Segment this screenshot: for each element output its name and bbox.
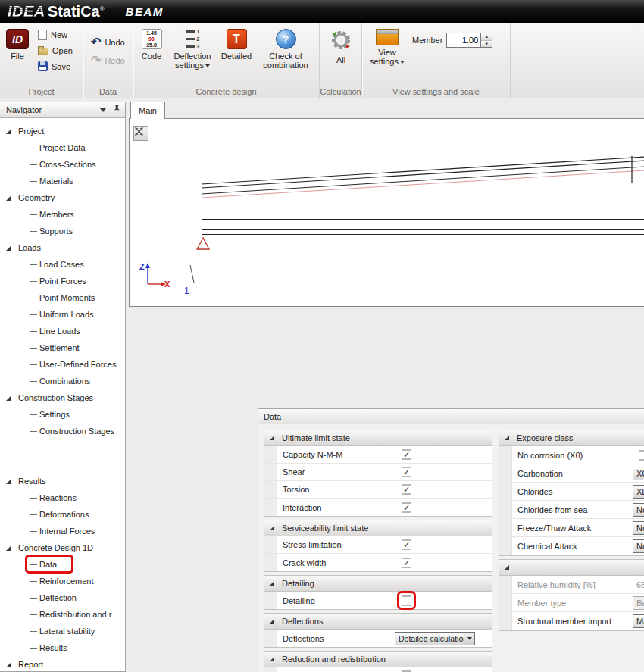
tree-expand-icon[interactable] [6,479,11,484]
dropdown[interactable]: XC3 - Moderate humidity [633,467,644,480]
collapse-triangle-icon[interactable] [270,526,274,530]
redo-button: ↷Redo [88,52,133,68]
nav-item-lateral-stability[interactable]: Lateral stability [0,623,125,639]
collapse-triangle-icon[interactable] [270,581,274,586]
tree-expand-icon[interactable] [6,129,11,134]
tree-expand-icon[interactable] [6,662,11,667]
nav-group-construction-stages[interactable]: Construction Stages [0,389,125,406]
tree-spacer [0,439,125,473]
nav-item-redistribution-and-r[interactable]: Redistribution and r [0,606,125,623]
nav-group-results[interactable]: Results [0,473,125,489]
section-ultimate-limit-state: Ultimate limit stateCapacity N-M-M✓Shear… [264,430,492,517]
nav-group-concrete-design-1d[interactable]: Concrete Design 1D [0,539,125,556]
spinner-down-icon[interactable]: ▼ [481,41,492,48]
nav-item-reactions[interactable]: Reactions [0,489,125,506]
checkbox[interactable]: ✓ [402,502,411,512]
nav-item-project-data[interactable]: Project Data [0,139,125,156]
file-button[interactable]: ID File [3,27,32,74]
tree-expand-icon[interactable] [6,245,11,251]
nav-group-project[interactable]: Project [0,123,125,139]
nav-item-internal-forces[interactable]: Internal Forces [0,523,125,539]
collapse-triangle-icon[interactable] [270,436,274,440]
collapse-triangle-icon[interactable] [270,619,274,624]
nav-item-point-moments[interactable]: Point Moments [0,289,125,306]
section-header[interactable]: Serviceability limit state [264,520,492,536]
section-header[interactable]: Reduction and redistribution [264,652,492,667]
section-reduction-and-redistribution: Reduction and redistributionRedistributi… [264,651,492,672]
row-gutter [499,612,512,630]
nav-item-reinforcement[interactable]: Reinforcement [0,573,125,589]
dropdown[interactable]: No risk of freeze/thaw attack [633,521,644,535]
nav-item-load-cases[interactable]: Load Cases [0,256,125,273]
section-header[interactable]: Exposure class [499,430,644,446]
navigator-title: Navigator [6,105,100,114]
nav-item-uniform-loads[interactable]: Uniform Loads [0,306,125,323]
check-of-combination-button[interactable]: ? Check of combination [255,27,317,70]
model-viewport[interactable]: 1 Z X [129,118,644,307]
tree-expand-icon[interactable] [6,195,11,201]
code-button[interactable]: 1.45 90 25.8 Code [136,27,167,70]
checkbox[interactable]: ✓ [402,450,411,460]
calculate-all-button[interactable]: All [324,27,358,64]
pin-icon[interactable] [113,105,121,116]
dropdown[interactable]: No risk of chlorides from sea [633,503,644,517]
row-gutter [499,537,512,555]
nav-item-deformations[interactable]: Deformations [0,506,125,523]
tab-main[interactable]: Main [130,102,165,119]
new-button[interactable]: New [35,27,76,42]
section-header[interactable]: Ultimate limit state [264,430,492,446]
deflection-settings-button[interactable]: 1 2 3 Deflection settings [167,27,218,70]
checkbox[interactable]: ✓ [402,558,411,567]
nav-group-loads[interactable]: Loads [0,239,125,256]
data-panel-header: Data [258,408,644,424]
navigator-dropdown-icon[interactable] [100,108,106,112]
section-header[interactable]: Detailing [264,576,492,592]
checkbox[interactable]: ✓ [402,467,411,477]
nav-item-line-loads[interactable]: Line Loads [0,323,125,339]
nav-group-geometry[interactable]: Geometry [0,189,125,206]
property-label: Relative humidity [%] [517,580,596,589]
checkbox[interactable] [639,450,644,460]
nav-item-cross-sections[interactable]: Cross-Sections [0,156,125,173]
new-document-icon [38,30,47,40]
member-scale-input[interactable] [446,33,481,48]
collapse-triangle-icon[interactable] [505,565,509,570]
nav-item-materials[interactable]: Materials [0,173,125,189]
nav-group-report[interactable]: Report [0,656,125,672]
nav-item-combinations[interactable]: Combinations [0,373,125,389]
dropdown[interactable]: No risk of chemical attack [633,539,644,553]
dropdown[interactable]: XD1 - Moderate humidity [633,485,644,499]
nav-item-construction-stages[interactable]: Construction Stages [0,423,125,439]
section-header[interactable]: Deflections [264,614,492,630]
undo-button[interactable]: ↶Undo [88,34,133,50]
member-spinner[interactable]: ▲ ▼ [481,33,492,48]
nav-item-settings[interactable]: Settings [0,406,125,423]
nav-item-user-defined-forces[interactable]: User-Defined Forces [0,356,125,373]
checkbox[interactable] [402,595,411,605]
collapse-triangle-icon[interactable] [505,436,509,440]
checkbox[interactable]: ✓ [402,540,411,550]
detailed-button[interactable]: T Detailed [218,27,255,70]
section-header[interactable] [499,560,644,576]
save-button[interactable]: Save [35,58,76,74]
fit-view-button[interactable] [133,126,148,141]
nav-item-data[interactable]: Data [0,556,125,573]
nav-item-label: Internal Forces [39,527,95,536]
nav-item-members[interactable]: Members [0,206,125,223]
nav-item-results[interactable]: Results [0,639,125,656]
chevron-down-icon[interactable] [464,633,474,645]
nav-item-supports[interactable]: Supports [0,223,125,239]
nav-item-point-forces[interactable]: Point Forces [0,273,125,289]
checkbox[interactable]: ✓ [402,485,411,495]
dropdown[interactable]: Major [633,614,644,628]
collapse-triangle-icon[interactable] [270,657,274,661]
nav-item-deflection[interactable]: Deflection [0,589,125,606]
redo-arrow-icon: ↷ [91,55,101,66]
dropdown[interactable]: Detailed calculation [395,632,475,645]
spinner-up-icon[interactable]: ▲ [481,33,492,41]
tree-expand-icon[interactable] [6,545,11,551]
view-settings-button[interactable]: View settings [365,27,409,66]
open-button[interactable]: Open [35,42,76,58]
tree-expand-icon[interactable] [6,395,11,401]
nav-item-settlement[interactable]: Settlement [0,339,125,356]
